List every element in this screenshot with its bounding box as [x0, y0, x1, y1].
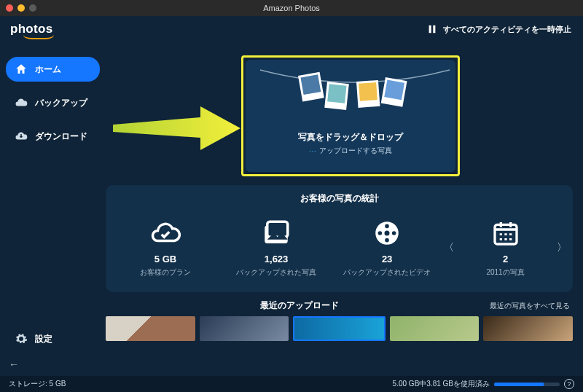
stats-next-button[interactable]: 〉 — [555, 215, 568, 281]
sidebar-item-download[interactable]: ダウンロード — [6, 124, 100, 149]
attention-arrow-icon — [113, 106, 240, 150]
cloud-icon — [15, 96, 28, 109]
stat-value: 1,623 — [221, 254, 332, 264]
drop-zone-subtitle[interactable]: ⋯ アップロードする写真 — [309, 146, 392, 156]
svg-point-13 — [270, 228, 274, 232]
pause-icon — [427, 24, 437, 34]
svg-point-17 — [385, 238, 389, 242]
stat-label: バックアップされた写真 — [221, 267, 332, 278]
svg-rect-1 — [433, 26, 435, 34]
stats-card: お客様の写真の統計 5 GB お客様のプラン 1,623 バックアップされた写真… — [106, 185, 573, 292]
status-bar: ストレージ: 5 GB 5.00 GB中3.81 GBを使用済み ? — [0, 376, 583, 392]
storage-label: ストレージ: 5 GB — [9, 379, 66, 389]
svg-rect-4 — [300, 74, 321, 95]
stats-prev-button[interactable]: 〈 — [442, 215, 455, 281]
stat-value: 5 GB — [110, 254, 221, 264]
recent-thumbnail[interactable] — [106, 316, 195, 341]
view-all-link[interactable]: 最近の写真をすべて見る — [490, 301, 570, 311]
usage-bar — [494, 383, 560, 386]
svg-point-19 — [392, 231, 396, 235]
sidebar-item-label: ホーム — [35, 63, 61, 76]
window-title: Amazon Photos — [0, 4, 583, 12]
film-reel-icon — [332, 219, 442, 248]
loading-dots-icon: ⋯ — [309, 147, 316, 155]
gear-icon — [15, 332, 28, 345]
stat-plan[interactable]: 5 GB お客様のプラン — [110, 219, 221, 278]
stat-photos[interactable]: 1,623 バックアップされた写真 — [221, 219, 332, 278]
window-titlebar: Amazon Photos — [0, 0, 583, 16]
sidebar-item-settings[interactable]: 設定 — [6, 326, 100, 351]
drop-zone[interactable]: 写真をドラッグ＆ドロップ ⋯ アップロードする写真 — [246, 60, 455, 172]
app-header: photos すべてのアクティビティを一時停止 — [0, 16, 583, 42]
photos-icon — [221, 219, 332, 248]
svg-marker-2 — [113, 106, 240, 150]
pause-all-button[interactable]: すべてのアクティビティを一時停止 — [427, 24, 571, 35]
stats-title: お客様の写真の統計 — [106, 185, 573, 209]
home-icon — [15, 63, 28, 76]
recent-thumbnail[interactable] — [200, 316, 289, 341]
usage-bar-fill — [494, 383, 544, 386]
calendar-icon — [455, 219, 555, 248]
sidebar-item-label: バックアップ — [35, 97, 87, 109]
drop-zone-title: 写真をドラッグ＆ドロップ — [298, 132, 403, 143]
recent-title: 最近のアップロード — [109, 299, 490, 312]
recent-thumbnail[interactable] — [483, 316, 573, 341]
pause-label: すべてのアクティビティを一時停止 — [443, 24, 571, 35]
svg-rect-8 — [359, 82, 377, 101]
garland-photos-icon — [246, 64, 455, 115]
cloud-check-icon — [110, 219, 221, 248]
stat-value: 23 — [332, 254, 442, 264]
svg-rect-10 — [384, 79, 404, 100]
recent-thumbnails — [106, 316, 573, 341]
recent-uploads-section: 最近のアップロード 最近の写真をすべて見る — [106, 299, 573, 341]
stat-year[interactable]: 2 2011の写真 — [455, 219, 555, 278]
sidebar-item-backup[interactable]: バックアップ — [6, 90, 100, 115]
svg-rect-12 — [267, 222, 288, 237]
svg-point-16 — [385, 224, 389, 228]
svg-rect-6 — [327, 84, 346, 103]
svg-rect-0 — [429, 26, 431, 34]
help-button[interactable]: ? — [564, 379, 574, 389]
recent-thumbnail[interactable] — [293, 316, 386, 341]
sidebar-item-label: ダウンロード — [35, 130, 87, 143]
recent-thumbnail[interactable] — [390, 316, 480, 341]
sidebar-item-label: 設定 — [35, 333, 52, 345]
drop-zone-card: 写真をドラッグ＆ドロップ ⋯ アップロードする写真 — [241, 55, 460, 176]
stat-label: 2011の写真 — [455, 267, 555, 278]
usage-label: 5.00 GB中3.81 GBを使用済み — [393, 379, 490, 389]
drop-zone-highlight: 写真をドラッグ＆ドロップ ⋯ アップロードする写真 — [241, 55, 460, 176]
sidebar-item-home[interactable]: ホーム — [6, 57, 100, 82]
stat-value: 2 — [455, 254, 555, 264]
svg-point-18 — [378, 231, 383, 235]
svg-point-15 — [385, 230, 390, 235]
main-content: 写真をドラッグ＆ドロップ ⋯ アップロードする写真 お客様の写真の統計 5 GB… — [106, 42, 583, 376]
download-icon — [15, 130, 28, 143]
app-logo: photos — [10, 22, 52, 36]
stat-label: お客様のプラン — [110, 267, 221, 278]
stat-label: バックアップされたビデオ — [332, 267, 442, 278]
collapse-sidebar-button[interactable]: ← — [9, 358, 106, 370]
sidebar: ホーム バックアップ ダウンロード 設定 ← — [0, 42, 106, 376]
stat-videos[interactable]: 23 バックアップされたビデオ — [332, 219, 442, 278]
